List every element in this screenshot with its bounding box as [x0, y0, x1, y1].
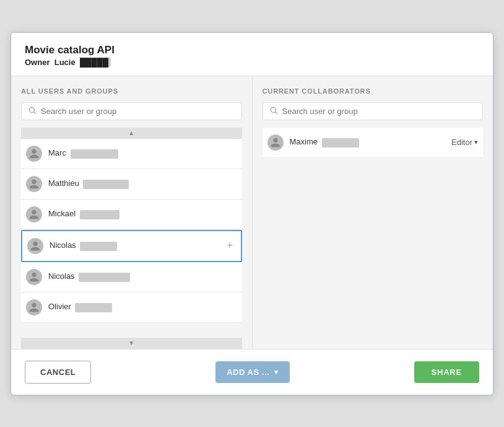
right-search-icon	[269, 106, 278, 117]
right-panel-title: CURRENT COLLABORATORS	[263, 87, 484, 95]
list-item[interactable]: Marc ████ ████	[21, 139, 242, 169]
list-item[interactable]: Mickael ███████	[21, 200, 242, 230]
collaborator-name: Maxime ████	[290, 137, 452, 147]
share-dialog: Movie catalog API Owner Lucie █████ ALL …	[11, 32, 493, 395]
dialog-footer: CANCEL ADD AS ... ▾ SHARE	[11, 349, 493, 395]
collaborator-item: Maxime ████ Editor ▾	[263, 128, 484, 158]
avatar	[267, 134, 284, 151]
scroll-down-arrow[interactable]: ▼	[21, 338, 242, 349]
left-search-box[interactable]	[21, 102, 242, 120]
add-as-button[interactable]: ADD AS ... ▾	[215, 361, 290, 383]
owner-name-blur: █████	[80, 58, 111, 67]
avatar	[26, 146, 42, 162]
avatar	[26, 176, 42, 192]
left-panel: ALL USERS AND GROUPS ▲	[11, 76, 252, 349]
left-panel-title: ALL USERS AND GROUPS	[21, 87, 242, 95]
svg-line-1	[34, 112, 36, 113]
list-item[interactable]: Nicolas █████████	[21, 262, 242, 293]
owner-name: Lucie	[54, 58, 76, 67]
avatar	[27, 238, 43, 254]
right-panel: CURRENT COLLABORATORS Maxime ████	[253, 76, 493, 349]
user-list-inner[interactable]: Marc ████ ████ Matthieu ████████	[21, 139, 242, 338]
add-as-label: ADD AS ...	[227, 368, 269, 377]
list-item[interactable]: Nicolas ████ +	[21, 230, 242, 262]
user-name: Matthieu ████████	[48, 178, 237, 188]
user-name: Nicolas █████████	[48, 271, 237, 281]
user-name: Nicolas ████	[50, 240, 224, 250]
left-search-input[interactable]	[41, 107, 235, 116]
left-search-icon	[28, 106, 37, 117]
avatar	[26, 269, 42, 285]
cancel-button[interactable]: CANCEL	[25, 361, 91, 384]
collaborator-list: Maxime ████ Editor ▾	[263, 128, 484, 349]
right-search-box[interactable]	[263, 102, 484, 120]
add-user-button[interactable]: +	[224, 239, 236, 252]
svg-line-3	[275, 112, 277, 113]
avatar	[26, 206, 42, 222]
left-list-container: ▲ Marc ████ ████	[21, 128, 242, 349]
share-button[interactable]: SHARE	[414, 361, 479, 383]
user-name: Mickael ███████	[48, 209, 237, 219]
list-item[interactable]: Matthieu ████████	[21, 169, 242, 200]
scroll-up-arrow[interactable]: ▲	[21, 128, 242, 139]
dialog-owner: Owner Lucie █████	[25, 58, 479, 67]
owner-label: Owner	[25, 58, 50, 67]
right-search-input[interactable]	[282, 107, 477, 116]
user-name: Marc ████ ████	[48, 148, 237, 158]
role-dropdown-icon: ▾	[474, 138, 478, 146]
columns-container: ALL USERS AND GROUPS ▲	[11, 76, 493, 349]
dialog-title: Movie catalog API	[25, 44, 479, 56]
avatar	[26, 299, 42, 315]
svg-point-2	[271, 107, 276, 112]
svg-point-0	[29, 107, 34, 112]
add-as-chevron-icon: ▾	[274, 368, 279, 376]
user-list: Marc ████ ████ Matthieu ████████	[21, 139, 242, 338]
dialog-header: Movie catalog API Owner Lucie █████	[11, 33, 493, 76]
collaborator-list-inner: Maxime ████ Editor ▾	[263, 128, 484, 349]
list-item[interactable]: Olivier ██████	[21, 293, 242, 323]
collaborator-role[interactable]: Editor ▾	[451, 138, 478, 147]
user-name: Olivier ██████	[48, 302, 237, 312]
